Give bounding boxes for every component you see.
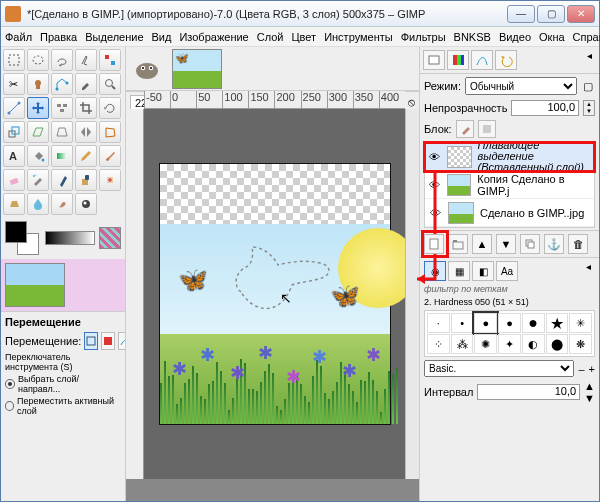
tool-align[interactable] (51, 97, 73, 119)
tool-move[interactable] (27, 97, 49, 119)
tab-paths[interactable] (471, 50, 493, 70)
tool-dodge[interactable] (75, 193, 97, 215)
tool-blur[interactable] (27, 193, 49, 215)
opacity-field[interactable]: 100,0 (511, 100, 579, 116)
tool-ellipse-select[interactable] (27, 49, 49, 71)
tool-foreground-select[interactable] (27, 73, 49, 95)
mode-menu-icon[interactable]: ▢ (581, 80, 595, 93)
doc-thumb[interactable]: 🦋 (172, 49, 222, 89)
lock-alpha-button[interactable] (478, 120, 496, 138)
tool-shear[interactable] (27, 121, 49, 143)
tool-cage[interactable] (99, 121, 121, 143)
tool-color-select[interactable] (99, 49, 121, 71)
new-layer-button[interactable] (424, 234, 444, 254)
brush-item[interactable]: ✦ (498, 334, 521, 354)
tool-paintbrush[interactable] (99, 145, 121, 167)
document[interactable]: ↖ 🦋 🦋 ✱ ✱ ✱ ✱ ✱ ✱ ✱ ✱ (160, 164, 390, 424)
menu-file[interactable]: Файл (5, 31, 32, 43)
zoom-out-icon[interactable]: – (578, 363, 584, 375)
tool-pencil[interactable] (75, 145, 97, 167)
spacing-field[interactable]: 10,0 (477, 384, 580, 400)
brush-item[interactable]: • (451, 313, 474, 333)
tool-clone[interactable] (75, 169, 97, 191)
tool-crop[interactable] (75, 97, 97, 119)
menu-select[interactable]: Выделение (85, 31, 143, 43)
visibility-icon[interactable]: 👁 (428, 207, 442, 219)
maximize-button[interactable]: ▢ (537, 5, 565, 23)
lock-pixels-button[interactable] (456, 120, 474, 138)
tool-fuzzy-select[interactable] (75, 49, 97, 71)
tool-eraser[interactable] (3, 169, 25, 191)
tool-flip[interactable] (75, 121, 97, 143)
dock-menu-icon[interactable]: ◂ (583, 50, 596, 70)
tool-eyedropper[interactable] (75, 73, 97, 95)
tab-undo[interactable] (495, 50, 517, 70)
menu-layer[interactable]: Слой (257, 31, 284, 43)
brush-item[interactable]: ● (474, 313, 497, 333)
radio-pick-layer[interactable] (5, 379, 15, 389)
layer-copy[interactable]: 👁 Копия Сделано в GIMP.j (425, 171, 594, 199)
tool-paths[interactable] (51, 73, 73, 95)
raise-layer-button[interactable]: ▲ (472, 234, 492, 254)
fg-color-swatch[interactable] (5, 221, 27, 243)
menu-edit[interactable]: Правка (40, 31, 77, 43)
move-mode-selection[interactable] (101, 332, 115, 350)
tool-lasso[interactable] (51, 49, 73, 71)
zoom-in-icon[interactable]: + (589, 363, 595, 375)
menu-help[interactable]: Справка (573, 31, 600, 43)
tab-patterns[interactable]: ▦ (448, 261, 470, 281)
visibility-icon[interactable]: 👁 (428, 151, 441, 163)
brush-item[interactable]: ⬤ (546, 334, 569, 354)
brush-item[interactable]: ⁘ (427, 334, 450, 354)
opacity-spinner[interactable]: ▲▼ (583, 100, 595, 116)
gradient-swatch[interactable] (45, 231, 95, 245)
brush-item[interactable]: · (427, 313, 450, 333)
brush-item[interactable]: ● (522, 313, 545, 333)
menu-video[interactable]: Видео (499, 31, 531, 43)
close-button[interactable]: ✕ (567, 5, 595, 23)
tool-text[interactable]: A (3, 145, 25, 167)
brush-item[interactable]: ● (498, 313, 521, 333)
mode-select[interactable]: Обычный (465, 77, 577, 95)
tab-gradients[interactable]: ◧ (472, 261, 494, 281)
tab-layers[interactable] (423, 50, 445, 70)
anchor-layer-button[interactable]: ⚓ (544, 234, 564, 254)
tool-ink[interactable] (51, 169, 73, 191)
brush-item[interactable]: ❋ (569, 334, 592, 354)
layer-base[interactable]: 👁 Сделано в GIMP..jpg (425, 199, 594, 227)
layer-group-button[interactable] (448, 234, 468, 254)
menu-filters[interactable]: Фильтры (401, 31, 446, 43)
cancel-icon[interactable]: ⦸ (408, 96, 415, 109)
menu-tools[interactable]: Инструменты (324, 31, 393, 43)
tab-fonts[interactable]: Aa (496, 261, 518, 281)
tool-airbrush[interactable] (27, 169, 49, 191)
panel-menu-icon[interactable]: ◂ (582, 261, 595, 281)
move-mode-layer[interactable] (84, 332, 98, 350)
tool-zoom[interactable] (99, 73, 121, 95)
brush-item[interactable]: ✳ (569, 313, 592, 333)
tool-scale[interactable] (3, 121, 25, 143)
minimize-button[interactable]: — (507, 5, 535, 23)
tool-heal[interactable] (99, 169, 121, 191)
lower-layer-button[interactable]: ▼ (496, 234, 516, 254)
tool-bucket[interactable] (27, 145, 49, 167)
tool-gradient[interactable] (51, 145, 73, 167)
layer-floating-selection[interactable]: 👁 Плавающее выделение (Вставленный слой) (425, 143, 594, 171)
menu-image[interactable]: Изображение (179, 31, 248, 43)
image-thumb[interactable] (5, 263, 65, 307)
radio-move-active[interactable] (5, 401, 14, 411)
brush-item[interactable]: ★ (546, 313, 569, 333)
delete-layer-button[interactable]: 🗑 (568, 234, 588, 254)
tool-perspective-clone[interactable] (3, 193, 25, 215)
tab-channels[interactable] (447, 50, 469, 70)
tool-perspective[interactable] (51, 121, 73, 143)
tool-measure[interactable] (3, 97, 25, 119)
duplicate-layer-button[interactable] (520, 234, 540, 254)
canvas[interactable]: ↖ 🦋 🦋 ✱ ✱ ✱ ✱ ✱ ✱ ✱ ✱ (144, 109, 405, 479)
tool-rotate[interactable] (99, 97, 121, 119)
move-mode-path[interactable] (118, 332, 125, 350)
brush-item[interactable]: ◐ (522, 334, 545, 354)
tab-brushes[interactable]: ◉ (424, 261, 446, 281)
tool-rect-select[interactable] (3, 49, 25, 71)
visibility-icon[interactable]: 👁 (428, 179, 441, 191)
